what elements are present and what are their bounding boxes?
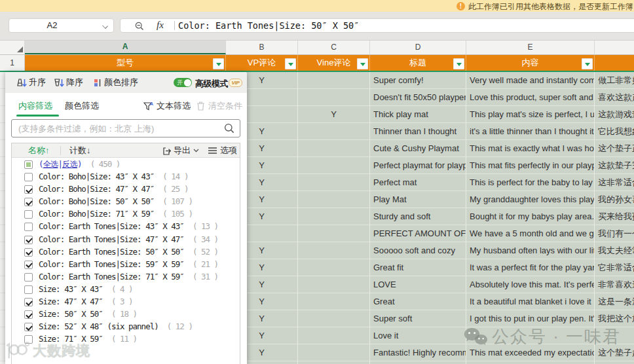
header-cell-E[interactable]: 内容 <box>466 55 595 71</box>
cell-f-r12[interactable]: 我丈夫经常 <box>595 242 634 259</box>
cell-c-r16[interactable] <box>298 310 370 327</box>
filter-search-box[interactable]: (支持多条件过滤，例如：北京 上海) <box>11 119 240 137</box>
text-filter-button[interactable]: A 文本筛选 <box>143 93 191 119</box>
cell-d-r7[interactable]: Perfect playmat for playpen <box>370 157 466 174</box>
header-cell-B[interactable]: VP评论 <box>226 55 298 71</box>
chevron-down-icon[interactable] <box>103 23 108 28</box>
cell-e-r2[interactable]: Very well made and instantly comfy <box>466 72 595 89</box>
header-cell-A[interactable]: 型号 <box>25 55 226 71</box>
cell-e-r10[interactable]: Bought it for my babys play area. I <box>466 208 595 225</box>
cell-f-r16[interactable]: 我把这个放 <box>595 310 634 327</box>
checkbox-checked[interactable] <box>24 261 33 269</box>
formula-bar[interactable]: fx Color: Earth Tones|Size: 50″ X 50″ <box>120 18 634 33</box>
cell-d-r6[interactable]: Cute & Cushy Playmat <box>370 140 466 157</box>
cell-e-r4[interactable]: This play mat's size is perfect, I use i… <box>466 106 595 123</box>
cell-f-r14[interactable]: 非常喜欢这 <box>595 276 634 293</box>
column-letter-B[interactable]: B <box>226 41 298 54</box>
cell-d-r12[interactable]: Sooooo soft and cozy <box>370 242 466 259</box>
filter-dropdown-button-E[interactable] <box>582 58 593 69</box>
column-letter-A[interactable]: A <box>25 41 226 54</box>
cell-e-r5[interactable]: it's a little thinner than I thought it … <box>466 123 595 140</box>
cell-c-r3[interactable] <box>298 89 370 106</box>
cell-d-r5[interactable]: Thinner than I thought <box>370 123 466 140</box>
sort-ascending-button[interactable]: 升序 <box>16 72 46 93</box>
cell-f-r13[interactable]: 它非常适合 <box>595 259 634 276</box>
cell-d-r8[interactable]: Perfect mat <box>370 174 466 191</box>
cell-c-r10[interactable] <box>298 208 370 225</box>
cell-f-r8[interactable]: 这非常适合 <box>595 174 634 191</box>
filter-item[interactable]: Color: Boho|Size: 50″ X 50″ ( 107 ) <box>12 196 240 208</box>
cell-f-r10[interactable]: 买来给我孩 <box>595 208 634 225</box>
filter-item[interactable]: Color: Earth Tones|Size: 71″ X 59″ ( 31 … <box>12 271 240 283</box>
advanced-mode-toggle[interactable]: 开 <box>174 78 192 87</box>
checkbox-checked[interactable] <box>24 236 33 244</box>
checkbox-partial[interactable] <box>24 160 33 169</box>
cell-e-r18[interactable]: This mat exceeded my expectations <box>466 344 595 361</box>
cell-d-r4[interactable]: Thick play mat <box>370 106 466 123</box>
cell-d-r9[interactable]: Play Mat <box>370 191 466 208</box>
cell-e-r13[interactable]: It was a perfect fit for the play yard <box>466 259 595 276</box>
tab-color-filter[interactable]: 颜色筛选 <box>65 93 99 119</box>
cell-f-r18[interactable]: 这个垫子超 <box>595 344 634 361</box>
search-icon[interactable] <box>224 123 234 134</box>
filter-dropdown-button-D[interactable] <box>453 58 464 69</box>
cell-f-r11[interactable]: 我们有一个 <box>595 225 634 242</box>
filter-dropdown-button-B[interactable] <box>285 58 296 69</box>
cell-e-r11[interactable]: We have a 5 month old and we got <box>466 225 595 242</box>
cell-c-r14[interactable] <box>298 276 370 293</box>
filter-dropdown-button-C[interactable] <box>357 58 368 69</box>
cell-d-r3[interactable]: Doesn't fit 50x50 playpen <box>370 89 466 106</box>
cell-c-r18[interactable] <box>298 344 370 361</box>
cell-d-r18[interactable]: Fantastic! Highly recommend <box>370 344 466 361</box>
filter-item-select-all[interactable]: (全选|反选) ( 450 ) <box>12 158 240 171</box>
cell-c-r6[interactable] <box>298 140 370 157</box>
filter-item[interactable]: Size: 50″ X 50″ ( 18 ) <box>12 308 240 321</box>
invert-selection-link[interactable]: 反选 <box>62 159 77 169</box>
cell-f-r2[interactable]: 做工非常好 <box>595 72 634 89</box>
cell-d-r19[interactable] <box>370 361 466 364</box>
filter-item[interactable]: Color: Earth Tones|Size: 43″ X 43″ ( 13 … <box>12 221 240 233</box>
select-all-link[interactable]: 全选 <box>43 159 58 169</box>
zoom-search-icon[interactable] <box>135 22 144 31</box>
cell-f-r19[interactable] <box>595 361 634 364</box>
cell-d-r17[interactable]: Love it <box>370 327 466 344</box>
filter-item[interactable]: Size: 71″ X 59″ ( 11 ) <box>12 333 240 346</box>
select-all-corner[interactable] <box>0 41 25 54</box>
cell-e-r8[interactable]: This is perfect for the baby to lay and <box>466 174 595 191</box>
filter-item[interactable]: Color: Boho|Size: 47″ X 47″ ( 25 ) <box>12 183 240 196</box>
cell-c-r9[interactable] <box>298 191 370 208</box>
filter-item[interactable]: Size: 47″ X 47″ ( 3 ) <box>12 296 240 308</box>
clear-conditions-button[interactable]: 清空条件 <box>196 93 242 119</box>
cell-c-r2[interactable] <box>298 72 370 89</box>
cell-c-r12[interactable] <box>298 242 370 259</box>
checkbox-unchecked[interactable] <box>24 335 33 344</box>
cell-e-r14[interactable]: Absolutely love this mat. It's perfect <box>466 276 595 293</box>
cell-f-r6[interactable]: 这个垫子正 <box>595 140 634 157</box>
sort-by-color-button[interactable]: 颜色排序 <box>93 72 138 93</box>
sort-by-count-header[interactable]: 计数↓ <box>69 143 91 158</box>
cell-e-r9[interactable]: My granddaughter loves this play mat <box>466 191 595 208</box>
cell-e-r12[interactable]: My husband often lays with our little <box>466 242 595 259</box>
cell-c-r11[interactable] <box>298 225 370 242</box>
cell-e-r6[interactable]: This mat is exactly what I was hoping <box>466 140 595 157</box>
filter-item[interactable]: Color: Boho|Size: 71″ X 59″ ( 105 ) <box>12 208 240 221</box>
column-letter-D[interactable]: D <box>370 41 466 54</box>
cell-e-r15[interactable]: It a beautiful mat blanket i love it <box>466 293 595 310</box>
cell-c-r8[interactable] <box>298 174 370 191</box>
row-number-1[interactable]: 1 <box>0 55 25 71</box>
checkbox-unchecked[interactable] <box>24 285 33 294</box>
column-letter-E[interactable]: E <box>466 41 595 54</box>
sort-by-name-header[interactable]: 名称↑ <box>28 143 50 158</box>
options-button[interactable]: 选项 <box>208 143 237 158</box>
checkbox-checked[interactable] <box>24 198 33 206</box>
cell-d-r2[interactable]: Super comfy! <box>370 72 466 89</box>
checkbox-unchecked[interactable] <box>24 273 33 282</box>
cell-f-r9[interactable]: 我的孙女喜 <box>595 191 634 208</box>
cell-c-r15[interactable] <box>298 293 370 310</box>
cell-c-r19[interactable] <box>298 361 370 364</box>
checkbox-unchecked[interactable] <box>24 223 33 231</box>
formula-value[interactable]: Color: Earth Tones|Size: 50″ X 50″ <box>178 20 359 31</box>
cell-e-r17[interactable] <box>466 327 595 344</box>
checkbox-checked[interactable] <box>24 185 33 194</box>
cell-d-r15[interactable]: Great <box>370 293 466 310</box>
